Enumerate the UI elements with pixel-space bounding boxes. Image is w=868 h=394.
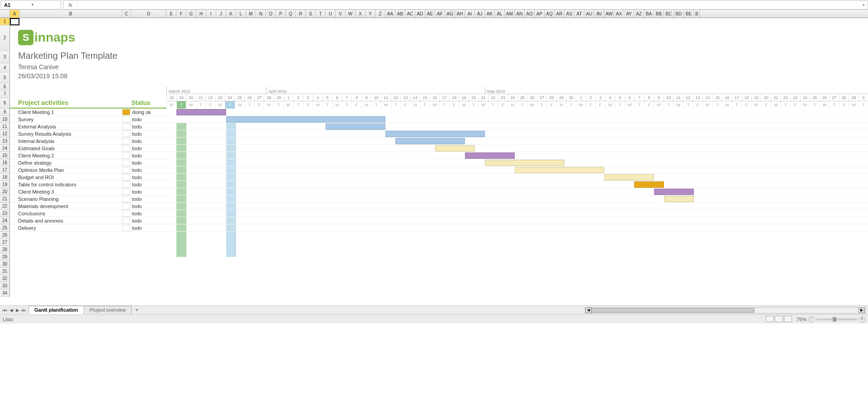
row-header[interactable]: 14 xyxy=(0,145,10,152)
activity-row[interactable]: Budget and ROItodo xyxy=(10,174,166,181)
column-header[interactable]: AD xyxy=(415,10,425,18)
column-header[interactable]: N xyxy=(256,10,266,18)
gantt-bar[interactable] xyxy=(654,189,694,195)
column-header[interactable]: Y xyxy=(365,10,375,18)
row-header[interactable]: 4 xyxy=(0,63,10,72)
column-header[interactable]: AW xyxy=(604,10,614,18)
column-header[interactable]: B xyxy=(694,10,700,18)
zoom-out-icon[interactable]: − xyxy=(808,316,815,323)
hscroll-thumb[interactable] xyxy=(592,308,754,313)
column-header[interactable]: AE xyxy=(425,10,435,18)
hscroll-right-icon[interactable]: ▶ xyxy=(859,308,865,313)
gantt-bar[interactable] xyxy=(604,174,654,180)
view-layout-icon[interactable] xyxy=(775,316,783,322)
row-header[interactable]: 1 xyxy=(0,18,10,25)
gantt-bar[interactable] xyxy=(465,152,515,159)
row-header[interactable]: 2 xyxy=(0,25,10,51)
column-header[interactable]: K xyxy=(226,10,236,18)
activity-row[interactable]: Internal Analysistodo xyxy=(10,138,166,145)
column-header[interactable]: G xyxy=(186,10,196,18)
formula-expand-icon[interactable]: ▾ xyxy=(859,3,868,7)
column-header[interactable]: AJ xyxy=(475,10,485,18)
column-header[interactable]: Z xyxy=(375,10,385,18)
column-header[interactable]: J xyxy=(216,10,226,18)
row-header[interactable]: 12 xyxy=(0,130,10,138)
row-header[interactable]: 26 xyxy=(0,232,10,239)
activity-row[interactable]: Details and annexestodo xyxy=(10,217,166,224)
tab-last-icon[interactable]: ⏭ xyxy=(21,308,27,313)
row-header[interactable]: 11 xyxy=(0,123,10,130)
column-header[interactable]: AA xyxy=(385,10,395,18)
name-box-dropdown-icon[interactable]: ▼ xyxy=(31,3,57,7)
row-header[interactable]: 29 xyxy=(0,253,10,261)
column-header[interactable]: B xyxy=(19,10,122,18)
column-header[interactable]: O xyxy=(266,10,276,18)
row-header[interactable]: 32 xyxy=(0,275,10,282)
column-header[interactable]: AI xyxy=(465,10,475,18)
column-header[interactable]: W xyxy=(346,10,356,18)
row-header[interactable]: 33 xyxy=(0,282,10,290)
sheet-tab[interactable]: Gantt planification xyxy=(28,306,84,314)
column-header[interactable]: BC xyxy=(664,10,674,18)
column-header[interactable]: AC xyxy=(405,10,415,18)
column-header[interactable]: S xyxy=(306,10,316,18)
activity-row[interactable]: Deliverytodo xyxy=(10,224,166,232)
column-header[interactable]: BD xyxy=(674,10,684,18)
zoom-level[interactable]: 75% xyxy=(797,317,806,322)
sheet-tab[interactable]: Project overview xyxy=(84,306,132,314)
column-header[interactable]: AG xyxy=(445,10,455,18)
column-header[interactable]: F xyxy=(176,10,186,18)
row-header[interactable]: 6 xyxy=(0,83,10,90)
row-header[interactable]: 7 xyxy=(0,90,10,98)
zoom-thumb[interactable] xyxy=(833,317,836,322)
row-header[interactable]: 19 xyxy=(0,181,10,188)
activity-row[interactable]: Client Meeting 1doing ok xyxy=(10,109,166,116)
row-header[interactable]: 31 xyxy=(0,268,10,275)
row-header[interactable]: 3 xyxy=(0,51,10,63)
row-header[interactable]: 9 xyxy=(0,109,10,116)
column-header[interactable]: X xyxy=(356,10,365,18)
row-header[interactable]: 21 xyxy=(0,195,10,203)
column-header[interactable]: C xyxy=(122,10,131,18)
column-header[interactable]: AH xyxy=(455,10,465,18)
row-header[interactable]: 8 xyxy=(0,98,10,109)
column-header[interactable]: H xyxy=(196,10,206,18)
selected-cell-a1[interactable] xyxy=(10,18,19,25)
row-header[interactable]: 18 xyxy=(0,174,10,181)
select-all-corner[interactable] xyxy=(0,10,10,18)
column-header[interactable]: Q xyxy=(286,10,296,18)
row-header[interactable]: 25 xyxy=(0,224,10,232)
tab-next-icon[interactable]: ▶ xyxy=(14,308,21,313)
activity-row[interactable]: Define strategytodo xyxy=(10,159,166,166)
column-header[interactable]: AU xyxy=(584,10,594,18)
view-normal-icon[interactable] xyxy=(766,316,774,322)
column-header[interactable]: A xyxy=(10,10,19,18)
tab-first-icon[interactable]: ⏮ xyxy=(2,308,8,313)
column-header[interactable]: AQ xyxy=(545,10,555,18)
column-header[interactable]: AP xyxy=(535,10,545,18)
row-header[interactable]: 30 xyxy=(0,261,10,268)
column-header[interactable]: AB xyxy=(395,10,405,18)
gantt-bar[interactable] xyxy=(326,123,385,130)
column-header[interactable]: P xyxy=(276,10,286,18)
zoom-in-icon[interactable]: + xyxy=(859,316,865,323)
column-header[interactable]: AM xyxy=(505,10,515,18)
column-header[interactable]: AN xyxy=(515,10,525,18)
tab-prev-icon[interactable]: ◀ xyxy=(8,308,14,313)
column-header[interactable]: I xyxy=(206,10,216,18)
activity-row[interactable]: Scenario Planningtodo xyxy=(10,195,166,203)
column-header[interactable]: AK xyxy=(485,10,495,18)
activity-row[interactable]: External Analysistodo xyxy=(10,123,166,130)
column-header[interactable]: BE xyxy=(684,10,694,18)
column-header[interactable]: AX xyxy=(614,10,624,18)
column-header[interactable]: AS xyxy=(564,10,574,18)
name-box[interactable]: A1 ▼ xyxy=(1,0,61,9)
gantt-bar[interactable] xyxy=(395,138,465,144)
activity-row[interactable]: Optimize Media Plantodo xyxy=(10,166,166,174)
view-break-icon[interactable] xyxy=(784,316,792,322)
column-header[interactable]: M xyxy=(246,10,256,18)
formula-input[interactable] xyxy=(77,1,859,9)
column-header[interactable]: AZ xyxy=(634,10,644,18)
activity-row[interactable]: Estimated Goalstodo xyxy=(10,145,166,152)
row-header[interactable]: 5 xyxy=(0,72,10,83)
